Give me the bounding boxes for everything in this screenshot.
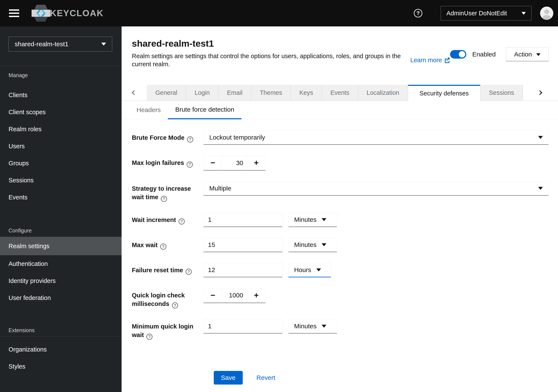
nav-toggle-hamburger-icon[interactable] <box>9 9 19 17</box>
plus-icon: + <box>254 158 259 167</box>
sidebar-divider <box>0 336 122 337</box>
max-login-failures-stepper: − + <box>203 156 266 171</box>
help-icon[interactable]: ? <box>414 9 422 17</box>
tab-general[interactable]: General <box>147 85 186 100</box>
form-row-quick-login-check: Quick login check milliseconds? − + <box>132 288 549 309</box>
tab-email[interactable]: Email <box>218 85 251 100</box>
help-icon[interactable]: ? <box>146 334 153 340</box>
minimum-quick-login-wait-unit-select[interactable]: Minutes <box>288 319 337 334</box>
max-wait-unit-select[interactable]: Minutes <box>288 238 337 252</box>
strategy-label: Strategy to increase wait time? <box>132 181 203 202</box>
max-wait-input[interactable] <box>203 238 282 252</box>
action-dropdown[interactable]: Action <box>506 47 549 61</box>
sidebar-item-identity-providers[interactable]: Identity providers <box>0 272 122 289</box>
help-icon[interactable]: ? <box>172 302 178 309</box>
page-header: shared-realm-test1 Realm settings are se… <box>122 26 558 68</box>
header-controls: Enabled Action <box>450 41 549 68</box>
tab-keys[interactable]: Keys <box>291 85 322 100</box>
minus-icon: − <box>210 158 215 167</box>
sidebar-item-groups[interactable]: Groups <box>0 155 122 172</box>
sidebar-divider <box>0 66 122 66</box>
minus-button[interactable]: − <box>203 288 222 303</box>
tab-login[interactable]: Login <box>186 85 218 100</box>
help-icon[interactable]: ? <box>187 161 193 168</box>
minus-icon: − <box>210 291 215 300</box>
nav-section-configure: Configure Realm settings Authentication … <box>0 227 122 306</box>
subtab-headers[interactable]: Headers <box>129 101 168 119</box>
failure-reset-time-input[interactable] <box>203 263 282 277</box>
user-menu-label: AdminUser DoNotEdit <box>446 10 507 17</box>
tab-security-defenses[interactable]: Security defenses <box>408 85 480 101</box>
sidebar-item-realm-roles[interactable]: Realm roles <box>0 121 122 138</box>
plus-button[interactable]: + <box>247 156 266 171</box>
brute-force-mode-select[interactable]: Lockout temporarily <box>203 130 549 145</box>
save-button[interactable]: Save <box>214 371 243 384</box>
chevron-down-icon <box>538 187 543 190</box>
form-row-strategy-to-increase-wait-time: Strategy to increase wait time? Multiple <box>132 181 549 202</box>
wait-increment-input[interactable] <box>203 213 282 227</box>
sidebar-item-client-scopes[interactable]: Client scopes <box>0 104 122 121</box>
plus-button[interactable]: + <box>247 288 266 303</box>
sidebar-item-clients[interactable]: Clients <box>0 86 122 104</box>
minus-button[interactable]: − <box>203 156 222 171</box>
masthead-toolbar: ? AdminUser DoNotEdit <box>414 6 558 20</box>
nav-section-extensions: Extensions Organizations Styles <box>0 327 122 375</box>
max-wait-label: Max wait? <box>132 238 203 250</box>
quick-login-check-input[interactable] <box>222 288 247 303</box>
nav-section-title: Manage <box>0 72 122 78</box>
minimum-quick-login-wait-input[interactable] <box>203 319 282 334</box>
tab-localization[interactable]: Localization <box>358 85 408 100</box>
quick-login-check-stepper: − + <box>203 288 266 303</box>
realm-selector-value: shared-realm-test1 <box>15 41 69 48</box>
help-icon[interactable]: ? <box>160 243 166 250</box>
sidebar-item-authentication[interactable]: Authentication <box>0 255 122 272</box>
avatar[interactable] <box>540 7 553 20</box>
sidebar-item-events[interactable]: Events <box>0 189 122 206</box>
tab-events[interactable]: Events <box>322 85 358 100</box>
sidebar-item-user-federation[interactable]: User federation <box>0 289 122 306</box>
failure-reset-time-unit-select[interactable]: Hours <box>288 263 331 277</box>
realm-selector-dropdown[interactable]: shared-realm-test1 <box>9 37 112 51</box>
brute-force-detection-form: Brute Force Mode? Lockout temporarily Ma… <box>122 119 558 384</box>
subtab-brute-force-detection[interactable]: Brute force detection <box>168 101 242 119</box>
sidebar-item-styles[interactable]: Styles <box>0 358 122 375</box>
tab-themes[interactable]: Themes <box>251 85 291 100</box>
realm-enabled-toggle[interactable] <box>450 50 466 58</box>
form-row-failure-reset-time: Failure reset time? Hours <box>132 263 549 277</box>
tabs-scroll-right-button[interactable] <box>523 85 557 100</box>
wait-increment-unit-select[interactable]: Minutes <box>288 213 337 227</box>
form-row-brute-force-mode: Brute Force Mode? Lockout temporarily <box>132 130 549 145</box>
page-description: Realm settings are settings that control… <box>132 52 402 68</box>
user-menu-dropdown[interactable]: AdminUser DoNotEdit <box>441 6 532 20</box>
tabs-scroll-left-button[interactable] <box>122 85 147 100</box>
chevron-down-icon <box>536 53 541 56</box>
revert-button[interactable]: Revert <box>256 374 275 381</box>
help-icon[interactable]: ? <box>186 269 192 275</box>
plus-icon: + <box>254 291 259 300</box>
external-link-icon <box>444 57 450 63</box>
wait-increment-label: Wait increment? <box>132 213 203 225</box>
learn-more-link[interactable]: Learn more <box>410 56 450 64</box>
form-row-max-login-failures: Max login failures? − + <box>132 156 549 171</box>
sidebar-item-sessions[interactable]: Sessions <box>0 172 122 189</box>
security-defenses-subtabs: Headers Brute force detection <box>122 101 558 119</box>
nav-section-title: Extensions <box>0 327 122 334</box>
brand-text: KEYCLOAK <box>50 8 104 18</box>
tab-sessions[interactable]: Sessions <box>480 85 523 100</box>
brute-force-mode-label: Brute Force Mode? <box>132 130 203 142</box>
form-row-max-wait: Max wait? Minutes <box>132 238 549 252</box>
help-icon[interactable]: ? <box>161 196 167 202</box>
sidebar-item-realm-settings[interactable]: Realm settings <box>0 237 122 255</box>
sidebar-item-users[interactable]: Users <box>0 138 122 155</box>
max-login-failures-input[interactable] <box>222 156 247 171</box>
strategy-select[interactable]: Multiple <box>203 181 549 196</box>
form-row-wait-increment: Wait increment? Minutes <box>132 213 549 227</box>
help-icon[interactable]: ? <box>187 136 193 142</box>
realm-settings-tabs: General Login Email Themes Keys Events L… <box>122 85 558 101</box>
failure-reset-time-label: Failure reset time? <box>132 263 203 275</box>
chevron-right-icon <box>538 90 542 95</box>
keycloak-admin-console: KEYCLOAK ? AdminUser DoNotEdit shared-re… <box>0 0 558 392</box>
help-icon[interactable]: ? <box>179 218 185 225</box>
chevron-down-icon <box>316 268 321 271</box>
sidebar-item-organizations[interactable]: Organizations <box>0 341 122 358</box>
